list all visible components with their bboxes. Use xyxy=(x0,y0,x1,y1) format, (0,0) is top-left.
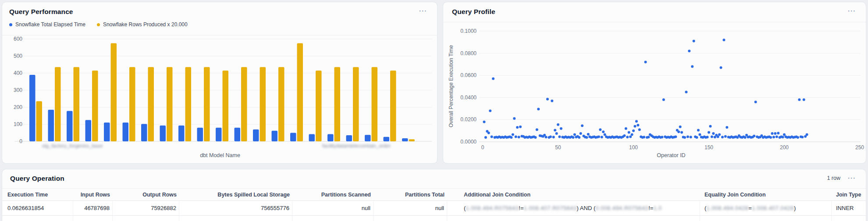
table-header-row: Execution Time Input Rows Output Rows By… xyxy=(2,189,866,201)
x-tick-label: 100 xyxy=(629,144,638,151)
scatter-point xyxy=(601,136,603,138)
scatter-point xyxy=(769,136,772,139)
scatter-point xyxy=(628,131,630,133)
legend-item-rows-produced: Snowflake Rows Produced x 20.000 xyxy=(97,21,188,28)
cell-execution-time: 0.0626631854 xyxy=(2,201,73,215)
bar-rows-produced xyxy=(185,67,192,141)
bar-rows-produced xyxy=(74,67,80,141)
scatter-point xyxy=(546,98,549,101)
x-axis-title: Operator ID xyxy=(657,152,685,158)
bar-rows-produced xyxy=(148,67,154,141)
scatter-point xyxy=(602,130,605,133)
bar-rows-produced xyxy=(390,70,396,141)
scatter-point xyxy=(718,133,721,136)
scatter-point xyxy=(633,125,636,128)
scatter-point xyxy=(717,136,719,138)
scatter-point xyxy=(674,136,677,138)
bar-elapsed-time xyxy=(253,130,259,141)
scatter-point xyxy=(599,128,601,131)
y-axis-title: Overall Percentage Execution Time xyxy=(448,45,454,127)
scatter-point xyxy=(783,133,786,136)
bar-elapsed-time xyxy=(290,133,296,142)
scatter-point xyxy=(555,132,558,135)
scatter-point xyxy=(744,136,747,139)
bar-elapsed-time xyxy=(85,120,92,141)
bar-elapsed-time xyxy=(178,126,185,141)
x-tick-label: 250 xyxy=(855,144,864,151)
bar-elapsed-time xyxy=(48,110,54,141)
scatter-point xyxy=(709,125,711,128)
scatter-point xyxy=(647,136,650,138)
scatter-point xyxy=(557,123,559,126)
scatter-point xyxy=(604,133,606,136)
scatter-point xyxy=(798,98,800,101)
scatter-point xyxy=(724,135,727,138)
scatter-point xyxy=(491,136,493,138)
y-tick-label: 0.0000 xyxy=(460,139,477,145)
scatter-point xyxy=(580,132,582,135)
scatter-point xyxy=(722,39,725,41)
bar-rows-produced xyxy=(372,67,378,141)
scatter-point xyxy=(801,136,804,138)
scatter-point xyxy=(573,133,576,136)
legend-dot-blue xyxy=(9,23,12,26)
legend-label: Snowflake Total Elapsed Time xyxy=(15,21,85,28)
x-tick-label: 0 xyxy=(481,144,484,151)
redacted-text: 1.008.494.R075643 xyxy=(466,205,519,211)
scatter-point xyxy=(558,136,561,138)
bar-rows-produced xyxy=(409,139,415,141)
scatter-point xyxy=(598,136,600,138)
bar-rows-produced xyxy=(129,67,135,141)
scatter-point xyxy=(513,117,516,120)
redacted-text: 0.008.494.R075643 xyxy=(595,205,648,211)
more-menu-icon[interactable]: ⋯ xyxy=(847,7,856,15)
scatter-point xyxy=(721,136,724,138)
bar-rows-produced xyxy=(297,43,303,141)
scatter-point xyxy=(680,131,683,133)
bar-elapsed-time xyxy=(29,75,36,141)
scatter-point xyxy=(771,132,773,135)
query-profile-header: Query Profile ⋯ xyxy=(443,2,866,22)
page-title: Query Operation xyxy=(10,175,859,182)
legend-label: Snowflake Rows Produced x 20.000 xyxy=(103,21,188,28)
scatter-point xyxy=(643,136,645,138)
scatter-point xyxy=(518,136,520,138)
scatter-point xyxy=(549,136,552,138)
y-tick-label: 0.0200 xyxy=(460,116,477,123)
cell-partitions-scanned: null xyxy=(292,201,374,215)
query-operation-panel: Query Operation 1 row ⋯ Execution Time I… xyxy=(2,169,866,221)
scatter-point xyxy=(687,136,689,138)
bar-chart: 0100200300400500600stg_factory_forgeries… xyxy=(2,35,437,163)
scatter-point xyxy=(726,126,728,129)
scatter-point xyxy=(515,136,517,138)
scatter-point xyxy=(708,131,710,133)
scatter-point xyxy=(685,91,687,93)
column-header-equality-join-condition: Equality Join Condition xyxy=(700,192,832,198)
more-menu-icon[interactable]: ⋯ xyxy=(847,174,856,182)
redacted-text: 1.0 xyxy=(653,205,662,211)
join-condition-text: != xyxy=(648,205,653,211)
scatter-point xyxy=(519,126,522,128)
more-menu-icon[interactable]: ⋯ xyxy=(419,7,427,15)
scatter-point xyxy=(712,132,715,135)
scatter-point xyxy=(662,98,665,101)
scatter-point xyxy=(754,101,757,103)
legend-dot-yellow xyxy=(97,23,100,26)
bar-elapsed-time xyxy=(235,128,241,141)
scatter-point xyxy=(489,109,491,112)
scatter-point xyxy=(510,136,512,139)
bar-rows-produced xyxy=(223,70,229,141)
x-tick-label: 50 xyxy=(555,144,561,151)
bar-rows-produced xyxy=(260,67,266,141)
column-header-execution-time: Execution Time xyxy=(2,192,73,198)
query-operation-table: Execution Time Input Rows Output Rows By… xyxy=(2,189,866,221)
redacted-text: 1.008.494.0428 xyxy=(706,205,748,211)
y-tick-label: 600 xyxy=(14,36,22,42)
bar-rows-produced xyxy=(204,67,210,141)
y-tick-label: 0.0800 xyxy=(460,50,477,56)
bar-elapsed-time xyxy=(272,131,278,141)
scatter-point xyxy=(544,136,547,138)
scatter-point xyxy=(782,136,784,138)
scatter-point xyxy=(536,128,538,131)
scatter-point xyxy=(803,98,805,101)
